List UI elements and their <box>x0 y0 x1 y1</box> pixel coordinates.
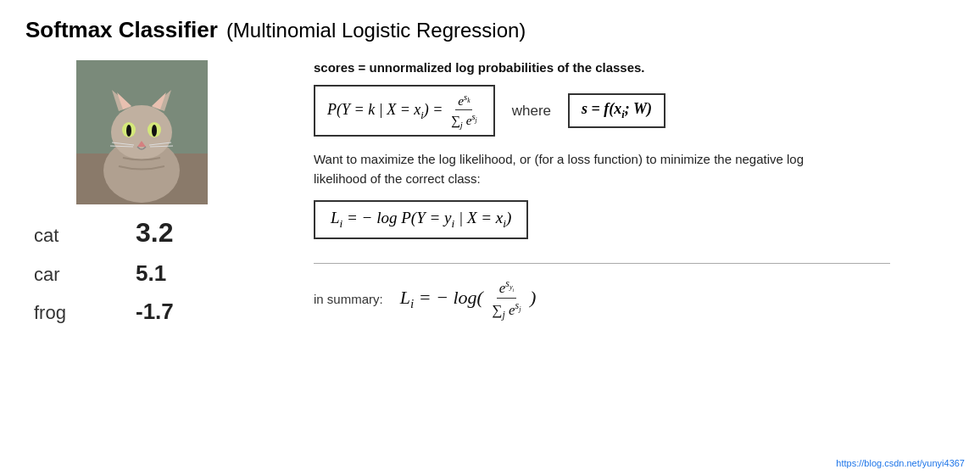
summary-numerator: esyi <box>497 277 517 299</box>
fraction-denominator: ∑j esj <box>448 110 480 130</box>
li-formula-wrapper: Li = − log P(Y = yi | X = xi) <box>314 200 955 254</box>
li-formula-box: Li = − log P(Y = yi | X = xi) <box>314 200 528 239</box>
score-label-frog: frog <box>34 302 102 324</box>
score-value-car: 5.1 <box>136 260 166 287</box>
svg-point-11 <box>152 125 157 137</box>
title-normal: (Multinomial Logistic Regression) <box>226 19 526 42</box>
title-bold: Softmax Classifier <box>25 17 218 43</box>
score-function-box: s = f(xi; W) <box>568 93 665 128</box>
fraction-softmax: esk ∑j esj <box>448 92 480 130</box>
formula-row-1: P(Y = k | X = xi) = esk ∑j esj where s =… <box>314 85 955 137</box>
score-label-cat: cat <box>34 225 102 247</box>
cat-image <box>76 60 208 204</box>
where-text: where <box>512 103 551 120</box>
right-panel: scores = unnormalized log probabilities … <box>297 60 955 337</box>
fraction-numerator: esk <box>455 92 472 110</box>
score-value-cat: 3.2 <box>136 217 173 249</box>
summary-fraction: esyi ∑j esj <box>489 277 523 321</box>
svg-point-10 <box>126 125 131 137</box>
section-divider <box>314 263 890 264</box>
score-row-cat: cat 3.2 <box>25 217 297 249</box>
softmax-formula-box: P(Y = k | X = xi) = esk ∑j esj <box>314 85 495 137</box>
summary-formula: Li = − log( esyi ∑j esj ) <box>400 277 537 321</box>
li-formula-text: Li = − log P(Y = yi | X = xi) <box>331 209 511 226</box>
scores-description-label: scores = unnormalized log probabilities … <box>314 60 955 75</box>
score-row-car: car 5.1 <box>25 260 297 287</box>
scores-table: cat 3.2 car 5.1 frog -1.7 <box>25 217 297 325</box>
description-text: Want to maximize the log likelihood, or … <box>314 150 822 188</box>
score-row-frog: frog -1.7 <box>25 299 297 325</box>
score-value-frog: -1.7 <box>136 299 174 325</box>
score-function-formula: s = f(xi; W) <box>582 100 652 117</box>
summary-row: in summary: Li = − log( esyi ∑j esj ) <box>314 277 955 321</box>
summary-denominator: ∑j esj <box>489 299 523 321</box>
summary-label: in summary: <box>314 292 383 306</box>
score-label-car: car <box>34 264 102 286</box>
softmax-formula-text: P(Y = k | X = xi) = esk ∑j esj <box>327 101 482 118</box>
watermark: https://blog.csdn.net/yunyi4367 <box>836 458 965 468</box>
title-row: Softmax Classifier (Multinomial Logistic… <box>25 17 955 43</box>
main-content: cat 3.2 car 5.1 frog -1.7 scores = unnor… <box>25 60 955 337</box>
svg-point-3 <box>111 105 172 159</box>
left-panel: cat 3.2 car 5.1 frog -1.7 <box>25 60 297 337</box>
